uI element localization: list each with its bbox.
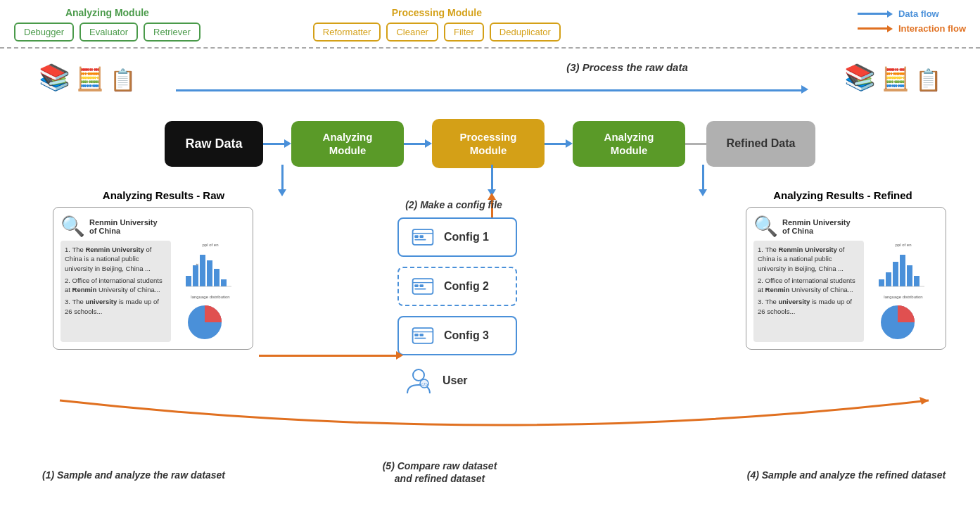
filter-pill: Filter: [444, 23, 484, 42]
config-3-box: Config 3: [397, 316, 517, 355]
db-search-icon: 🔍: [61, 215, 85, 238]
svg-rect-30: [414, 289, 426, 290]
raw-charts: ppl of en Count language distribution: [175, 241, 246, 342]
top-arrow-line: [176, 89, 804, 91]
svg-rect-7: [221, 279, 227, 286]
config-2-box[interactable]: Config 2: [397, 267, 517, 306]
arrow-analyzing1-down: [278, 165, 286, 196]
svg-rect-12: [879, 279, 884, 286]
refined-results-title: Analyzing Results - Refined: [741, 189, 945, 202]
raw-results-content: 1. The Renmin University of China is a n…: [61, 241, 246, 342]
analyzing-module-label: Analyzing Module: [65, 7, 149, 18]
svg-rect-35: [414, 338, 426, 339]
step5-label: (5) Compare raw datasetand refined datas…: [345, 460, 535, 485]
svg-rect-34: [420, 334, 424, 336]
svg-rect-29: [420, 284, 424, 287]
refined-data-box: Refined Data: [706, 121, 815, 167]
config-area: Config 1 Config 2 Config 3: [397, 217, 517, 396]
refined-results-header: 🔍 Renmin Universityof China: [753, 215, 938, 238]
left-icons: 📚 🧮 📋: [39, 63, 136, 92]
config-1-icon: [410, 224, 435, 250]
svg-rect-33: [414, 334, 418, 336]
svg-rect-2: [186, 276, 191, 286]
analyzing-module-box-1: AnalyzingModule: [291, 121, 404, 167]
analyzing-pills: Debugger Evaluator Retriever: [14, 23, 201, 42]
main-diagram: (3) Process the raw data 📚 🧮 📋 📚 🧮 📋 Raw…: [0, 49, 980, 492]
config-2-label: Config 2: [444, 280, 489, 293]
refined-text-panel: 1. The Renmin University of China is a n…: [753, 241, 864, 342]
make-config-label: (2) Make a config file: [380, 198, 528, 211]
raw-bar-chart: ppl of en Count: [175, 241, 246, 290]
processing-module-group: Processing Module Reformatter Cleaner Fi…: [313, 7, 561, 42]
data-flow-label: Data flow: [898, 8, 939, 19]
deduplicator-pill: Deduplicator: [490, 23, 561, 42]
refined-charts: ppl of en language distribution: [868, 241, 938, 342]
refined-results-content: 1. The Renmin University of China is a n…: [753, 241, 938, 342]
processing-pills: Reformatter Cleaner Filter Deduplicator: [313, 23, 561, 42]
svg-text:ppl of en: ppl of en: [895, 243, 911, 247]
refined-pie-chart: language distribution: [868, 293, 938, 342]
arrow-analyzing-to-processing: [404, 139, 432, 148]
config-3-icon: [410, 323, 435, 348]
raw-pie-chart: language distribution: [175, 293, 246, 342]
evaluator-pill: Evaluator: [79, 23, 138, 42]
svg-rect-4: [200, 255, 205, 286]
top-arrow-head-right: [801, 85, 808, 94]
right-icons: 📚 🧮 📋: [844, 63, 941, 92]
retriever-pill: Retriever: [144, 23, 201, 42]
analyzing-module-box-2: AnalyzingModule: [573, 121, 685, 167]
user-label: User: [443, 374, 468, 387]
raw-results-box: 🔍 Renmin Universityof China 1. The Renmi…: [53, 207, 253, 350]
books-icon-left: 📚: [39, 63, 70, 92]
flow-row: Raw Data AnalyzingModule ProcessingModul…: [0, 119, 980, 168]
user-icon: </>: [403, 365, 434, 396]
svg-rect-24: [420, 235, 424, 238]
arrow-analyzing2-down: [699, 165, 707, 196]
svg-text:ppl of en: ppl of en: [202, 243, 218, 247]
cleaner-pill: Cleaner: [386, 23, 438, 42]
raw-text-panel: 1. The Renmin University of China is a n…: [61, 241, 171, 342]
arrow-processing-to-analyzing2: [545, 139, 573, 148]
arrow-raw-to-config: [257, 351, 403, 360]
legend: Data flow Interaction flow: [858, 8, 966, 34]
step1-label: (1) Sample and analyze the raw dataset: [35, 469, 232, 481]
arrow-raw-to-analyzing: [263, 139, 291, 148]
books-icon-right: 📚: [844, 63, 876, 92]
config-1-box: Config 1: [397, 217, 517, 257]
top-section: Analyzing Module Debugger Evaluator Retr…: [0, 0, 980, 49]
svg-rect-28: [414, 284, 418, 287]
user-item: </> User: [397, 365, 517, 396]
svg-rect-15: [900, 255, 905, 286]
svg-rect-13: [886, 272, 891, 286]
config-3-label: Config 3: [444, 329, 489, 342]
doc-icon-right: 📋: [915, 68, 941, 92]
data-flow-legend: Data flow: [858, 8, 966, 19]
doc-icon-left: 📋: [110, 68, 136, 92]
svg-rect-17: [914, 276, 919, 286]
svg-rect-6: [214, 269, 219, 286]
formula-icon-left: 🧮: [76, 65, 104, 92]
bottom-orange-arrow: [53, 393, 939, 450]
arrow-processing-down: [488, 165, 496, 196]
config-1-label: Config 1: [444, 231, 489, 243]
svg-marker-39: [919, 397, 929, 405]
processing-module-box: ProcessingModule: [432, 119, 545, 168]
analyzing-module-group: Analyzing Module Debugger Evaluator Retr…: [14, 7, 201, 42]
refined-results-box: 🔍 Renmin Universityof China 1. The Renmi…: [746, 207, 946, 350]
arrow-refined-to-analyzing2: [685, 143, 706, 145]
step4-label: (4) Sample and analyze the refined datas…: [734, 469, 959, 481]
svg-rect-3: [193, 265, 198, 286]
processing-module-label: Processing Module: [392, 7, 482, 18]
interaction-flow-label: Interaction flow: [898, 23, 966, 34]
debugger-pill: Debugger: [14, 23, 74, 42]
raw-data-box: Raw Data: [165, 121, 263, 167]
svg-rect-25: [414, 239, 426, 241]
interaction-flow-legend: Interaction flow: [858, 23, 966, 34]
svg-text:language distribution: language distribution: [884, 295, 922, 299]
formula-icon-right: 🧮: [882, 65, 910, 92]
refined-bar-chart: ppl of en: [868, 241, 938, 290]
svg-point-36: [413, 369, 424, 381]
raw-results-header: 🔍 Renmin Universityof China: [61, 215, 246, 238]
svg-rect-5: [207, 260, 212, 286]
raw-results-title: Analyzing Results - Raw: [63, 189, 264, 202]
